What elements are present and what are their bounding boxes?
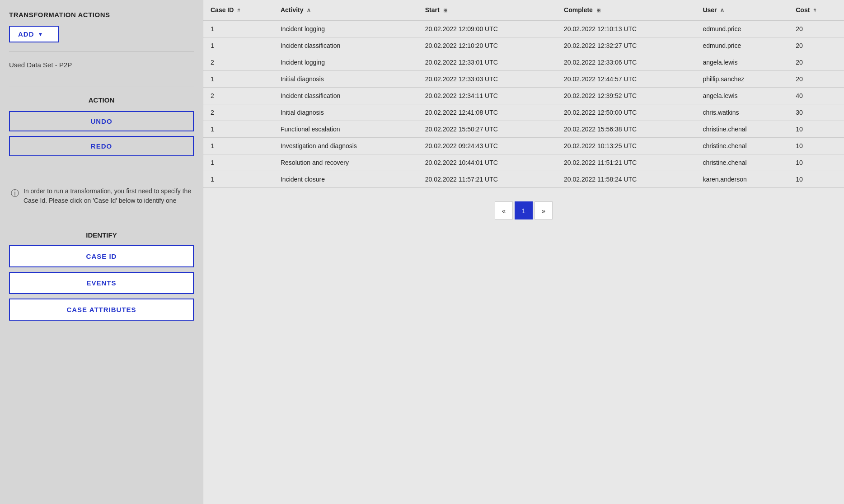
col-cost[interactable]: Cost # bbox=[788, 0, 844, 20]
cell-case_id: 1 bbox=[203, 171, 273, 188]
cell-start: 20.02.2022 12:33:03 UTC bbox=[418, 71, 557, 88]
cell-start: 20.02.2022 12:33:01 UTC bbox=[418, 54, 557, 71]
dataset-label: Used Data Set - P2P bbox=[9, 61, 194, 69]
action-section: ACTION UNDO REDO bbox=[9, 96, 194, 161]
cell-activity: Incident logging bbox=[273, 20, 418, 37]
cell-start: 20.02.2022 15:50:27 UTC bbox=[418, 121, 557, 138]
case-attributes-button[interactable]: CASE ATTRIBUTES bbox=[9, 299, 194, 321]
cell-start: 20.02.2022 12:41:08 UTC bbox=[418, 104, 557, 121]
case-id-button[interactable]: CASE ID bbox=[9, 245, 194, 267]
cell-user: chris.watkins bbox=[695, 104, 788, 121]
cell-case_id: 1 bbox=[203, 138, 273, 154]
identify-section: IDENTIFY CASE ID EVENTS CASE ATTRIBUTES bbox=[9, 231, 194, 325]
cell-start: 20.02.2022 11:57:21 UTC bbox=[418, 171, 557, 188]
table-row: 2Initial diagnosis20.02.2022 12:41:08 UT… bbox=[203, 104, 844, 121]
cell-cost: 20 bbox=[788, 71, 844, 88]
prev-page-button[interactable]: « bbox=[495, 201, 513, 219]
transformation-title: TRANSFORMATION ACTIONS bbox=[9, 11, 194, 19]
cell-user: edmund.price bbox=[695, 20, 788, 37]
cell-complete: 20.02.2022 12:33:06 UTC bbox=[557, 54, 695, 71]
sort-icon-complete: ⊞ bbox=[596, 8, 600, 13]
cell-start: 20.02.2022 09:24:43 UTC bbox=[418, 138, 557, 154]
divider-4 bbox=[9, 222, 194, 222]
cell-case_id: 2 bbox=[203, 88, 273, 104]
cell-user: christine.chenal bbox=[695, 121, 788, 138]
cell-complete: 20.02.2022 12:39:52 UTC bbox=[557, 88, 695, 104]
sort-icon-user: A bbox=[720, 8, 724, 13]
cell-complete: 20.02.2022 12:50:00 UTC bbox=[557, 104, 695, 121]
info-icon: ⓘ bbox=[11, 187, 19, 200]
table-row: 2Incident logging20.02.2022 12:33:01 UTC… bbox=[203, 54, 844, 71]
cell-case_id: 1 bbox=[203, 20, 273, 37]
cell-cost: 10 bbox=[788, 171, 844, 188]
table-row: 1Incident classification20.02.2022 12:10… bbox=[203, 37, 844, 54]
cell-user: angela.lewis bbox=[695, 54, 788, 71]
cell-complete: 20.02.2022 11:58:24 UTC bbox=[557, 171, 695, 188]
cell-start: 20.02.2022 12:34:11 UTC bbox=[418, 88, 557, 104]
sort-icon-activity: A bbox=[307, 8, 310, 13]
cell-cost: 10 bbox=[788, 138, 844, 154]
cell-activity: Investigation and diagnosis bbox=[273, 138, 418, 154]
cell-complete: 20.02.2022 15:56:38 UTC bbox=[557, 121, 695, 138]
cell-complete: 20.02.2022 10:13:25 UTC bbox=[557, 138, 695, 154]
cell-user: phillip.sanchez bbox=[695, 71, 788, 88]
col-complete[interactable]: Complete ⊞ bbox=[557, 0, 695, 20]
sort-icon-start: ⊞ bbox=[443, 8, 447, 13]
undo-button[interactable]: UNDO bbox=[9, 111, 194, 131]
cell-case_id: 2 bbox=[203, 54, 273, 71]
info-text: In order to run a transformation, you fi… bbox=[23, 187, 192, 205]
cell-activity: Resolution and recovery bbox=[273, 154, 418, 171]
cell-activity: Initial diagnosis bbox=[273, 104, 418, 121]
col-user[interactable]: User A bbox=[695, 0, 788, 20]
cell-complete: 20.02.2022 11:51:21 UTC bbox=[557, 154, 695, 171]
cell-user: christine.chenal bbox=[695, 154, 788, 171]
chevron-down-icon: ▼ bbox=[38, 31, 44, 37]
events-button[interactable]: EVENTS bbox=[9, 272, 194, 294]
cell-cost: 20 bbox=[788, 54, 844, 71]
cell-start: 20.02.2022 10:44:01 UTC bbox=[418, 154, 557, 171]
cell-case_id: 1 bbox=[203, 154, 273, 171]
add-button-label: ADD bbox=[18, 30, 34, 38]
col-activity[interactable]: Activity A bbox=[273, 0, 418, 20]
sort-icon-case-id: # bbox=[237, 8, 240, 13]
cell-case_id: 1 bbox=[203, 71, 273, 88]
redo-button[interactable]: REDO bbox=[9, 136, 194, 156]
col-case-id[interactable]: Case ID # bbox=[203, 0, 273, 20]
table-row: 1Incident closure20.02.2022 11:57:21 UTC… bbox=[203, 171, 844, 188]
cell-cost: 30 bbox=[788, 104, 844, 121]
cell-activity: Incident classification bbox=[273, 37, 418, 54]
table-row: 1Resolution and recovery20.02.2022 10:44… bbox=[203, 154, 844, 171]
cell-cost: 10 bbox=[788, 154, 844, 171]
cell-cost: 10 bbox=[788, 121, 844, 138]
data-table: Case ID # Activity A Start ⊞ Complete ⊞ … bbox=[203, 0, 844, 188]
table-row: 2Incident classification20.02.2022 12:34… bbox=[203, 88, 844, 104]
cell-user: christine.chenal bbox=[695, 138, 788, 154]
cell-case_id: 2 bbox=[203, 104, 273, 121]
table-header: Case ID # Activity A Start ⊞ Complete ⊞ … bbox=[203, 0, 844, 20]
cell-complete: 20.02.2022 12:32:27 UTC bbox=[557, 37, 695, 54]
cell-activity: Initial diagnosis bbox=[273, 71, 418, 88]
left-panel: TRANSFORMATION ACTIONS ADD ▼ Used Data S… bbox=[0, 0, 203, 504]
table-row: 1Initial diagnosis20.02.2022 12:33:03 UT… bbox=[203, 71, 844, 88]
cell-activity: Incident logging bbox=[273, 54, 418, 71]
add-button[interactable]: ADD ▼ bbox=[9, 26, 59, 42]
cell-complete: 20.02.2022 12:44:57 UTC bbox=[557, 71, 695, 88]
cell-cost: 40 bbox=[788, 88, 844, 104]
cell-case_id: 1 bbox=[203, 121, 273, 138]
right-panel: Case ID # Activity A Start ⊞ Complete ⊞ … bbox=[203, 0, 844, 504]
table-row: 1Investigation and diagnosis20.02.2022 0… bbox=[203, 138, 844, 154]
next-page-button[interactable]: » bbox=[535, 201, 553, 219]
cell-user: angela.lewis bbox=[695, 88, 788, 104]
action-title: ACTION bbox=[89, 96, 115, 104]
pagination: « 1 » bbox=[203, 188, 844, 233]
col-start[interactable]: Start ⊞ bbox=[418, 0, 557, 20]
divider-3 bbox=[9, 170, 194, 170]
table-body: 1Incident logging20.02.2022 12:09:00 UTC… bbox=[203, 20, 844, 188]
cell-complete: 20.02.2022 12:10:13 UTC bbox=[557, 20, 695, 37]
current-page-button[interactable]: 1 bbox=[515, 201, 533, 219]
cell-cost: 20 bbox=[788, 37, 844, 54]
info-box: ⓘ In order to run a transformation, you … bbox=[9, 179, 194, 213]
table-row: 1Functional escalation20.02.2022 15:50:2… bbox=[203, 121, 844, 138]
cell-start: 20.02.2022 12:09:00 UTC bbox=[418, 20, 557, 37]
cell-cost: 20 bbox=[788, 20, 844, 37]
